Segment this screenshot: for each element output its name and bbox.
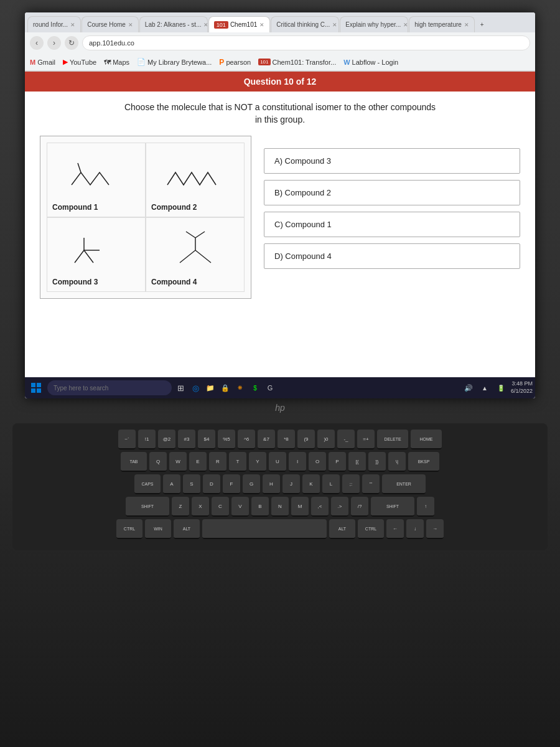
new-tab-button[interactable]: + [475, 16, 489, 32]
volume-icon[interactable]: 🔊 [462, 382, 475, 394]
taskbar-app2-icon[interactable]: $ [249, 382, 261, 394]
key-h[interactable]: H [263, 474, 280, 494]
key-alt-left[interactable]: Alt [174, 519, 200, 539]
bookmark-pearson[interactable]: P pearson [219, 58, 251, 67]
answer-C[interactable]: C) Compound 1 [264, 212, 520, 237]
key-win[interactable]: Win [145, 519, 171, 539]
back-button[interactable]: ‹ [30, 36, 44, 50]
battery-icon[interactable]: 🔋 [495, 382, 507, 394]
answer-B[interactable]: B) Compound 2 [264, 180, 520, 205]
key-backspace[interactable]: bksp [408, 452, 439, 472]
key-enter[interactable]: enter [382, 474, 426, 494]
key-2[interactable]: @2 [158, 430, 175, 449]
key-shift-right[interactable]: Shift [371, 497, 414, 517]
answer-D[interactable]: D) Compound 4 [264, 243, 520, 269]
key-9[interactable]: (9 [297, 430, 315, 449]
key-b[interactable]: B [251, 497, 269, 517]
key-ctrl-left[interactable]: Ctrl [116, 519, 142, 539]
key-r[interactable]: R [209, 452, 226, 472]
key-v[interactable]: V [231, 497, 249, 517]
key-6[interactable]: ^6 [238, 430, 255, 449]
key-k[interactable]: K [302, 474, 320, 494]
forward-button[interactable]: › [47, 36, 61, 50]
key-semicolon[interactable]: ;: [342, 474, 360, 494]
key-space[interactable] [202, 519, 327, 539]
key-alt-right[interactable]: Alt [329, 519, 355, 539]
key-backslash[interactable]: \| [388, 452, 406, 472]
key-tab[interactable]: Tab [121, 452, 147, 472]
key-f[interactable]: F [223, 474, 240, 494]
tab-close-icon[interactable]: ✕ [332, 22, 337, 28]
key-u[interactable]: U [269, 452, 286, 472]
key-home[interactable]: home [411, 430, 442, 449]
key-equals[interactable]: =+ [357, 430, 375, 449]
key-1[interactable]: !1 [138, 430, 156, 449]
key-x[interactable]: X [192, 497, 209, 517]
tab-high-temp[interactable]: high temperature ✕ [409, 16, 475, 32]
key-a[interactable]: A [163, 474, 180, 494]
key-z[interactable]: Z [172, 497, 189, 517]
start-button[interactable] [27, 379, 45, 397]
key-slash[interactable]: /? [351, 497, 368, 517]
bookmark-library[interactable]: 📄 My Library Brytewa... [137, 58, 212, 66]
key-n[interactable]: N [271, 497, 289, 517]
key-up[interactable]: ↑ [417, 497, 434, 517]
key-comma[interactable]: ,< [311, 497, 329, 517]
key-5[interactable]: %5 [218, 430, 235, 449]
network-icon[interactable]: ▲ [478, 382, 491, 394]
tab-lab2[interactable]: Lab 2: Alkanes - st... ✕ [139, 16, 208, 32]
bookmark-chem101[interactable]: 101 Chem101: Transfor... [258, 59, 336, 66]
bookmark-gmail[interactable]: M Gmail [30, 59, 55, 66]
taskbar-file-icon[interactable]: 📁 [204, 382, 217, 394]
tab-explain-hyper[interactable]: Explain why hyper... ✕ [340, 16, 408, 32]
key-o[interactable]: O [309, 452, 326, 472]
taskbar-edge-icon[interactable]: ◎ [189, 382, 202, 394]
tab-critical[interactable]: Critical thinking C... ✕ [271, 16, 339, 32]
tab-close-icon[interactable]: ✕ [128, 22, 133, 28]
key-d[interactable]: D [203, 474, 220, 494]
key-3[interactable]: #3 [178, 430, 195, 449]
key-i[interactable]: I [289, 452, 306, 472]
taskbar-view-icon[interactable]: ⊞ [174, 382, 187, 394]
tab-close-icon[interactable]: ✕ [259, 22, 264, 28]
key-8[interactable]: *8 [278, 430, 295, 449]
key-caps[interactable]: Caps [134, 474, 161, 494]
key-lbracket[interactable]: [{ [348, 452, 366, 472]
key-q[interactable]: Q [149, 452, 167, 472]
bookmark-maps[interactable]: 🗺 Maps [104, 59, 129, 66]
key-period[interactable]: .> [331, 497, 348, 517]
key-e[interactable]: E [189, 452, 207, 472]
address-input[interactable] [82, 35, 530, 50]
key-left[interactable]: ← [386, 519, 404, 539]
key-right[interactable]: → [426, 519, 444, 539]
key-shift-left[interactable]: Shift [126, 497, 169, 517]
tab-close-icon[interactable]: ✕ [70, 22, 75, 28]
key-y[interactable]: Y [249, 452, 266, 472]
bookmark-youtube[interactable]: ▶ YouTube [63, 58, 96, 66]
key-down[interactable]: ↓ [406, 519, 424, 539]
key-0[interactable]: )0 [317, 430, 335, 449]
tab-round-info[interactable]: round Infor... ✕ [27, 16, 81, 32]
key-l[interactable]: L [322, 474, 340, 494]
answer-A[interactable]: A) Compound 3 [264, 148, 520, 174]
key-s[interactable]: S [183, 474, 200, 494]
key-7[interactable]: &7 [258, 430, 275, 449]
key-g[interactable]: G [243, 474, 260, 494]
key-ctrl-right[interactable]: Ctrl [358, 519, 384, 539]
key-j[interactable]: J [282, 474, 300, 494]
tab-chem101[interactable]: 101 Chem101 ✕ [208, 16, 270, 32]
tab-course-home[interactable]: Course Home ✕ [82, 16, 139, 32]
key-4[interactable]: $4 [198, 430, 215, 449]
tab-close-icon[interactable]: ✕ [203, 22, 207, 28]
key-t[interactable]: T [229, 452, 246, 472]
tab-close-icon[interactable]: ✕ [403, 22, 408, 28]
taskbar-app1-icon[interactable]: ❋ [234, 382, 246, 394]
taskbar-search-input[interactable] [47, 380, 172, 395]
key-backtick[interactable]: ~` [118, 430, 136, 449]
key-quote[interactable]: '" [362, 474, 380, 494]
key-rbracket[interactable]: ]} [368, 452, 386, 472]
key-minus[interactable]: -_ [337, 430, 355, 449]
reload-button[interactable]: ↻ [65, 36, 78, 50]
key-p[interactable]: P [329, 452, 346, 472]
key-delete[interactable]: delete [377, 430, 408, 449]
